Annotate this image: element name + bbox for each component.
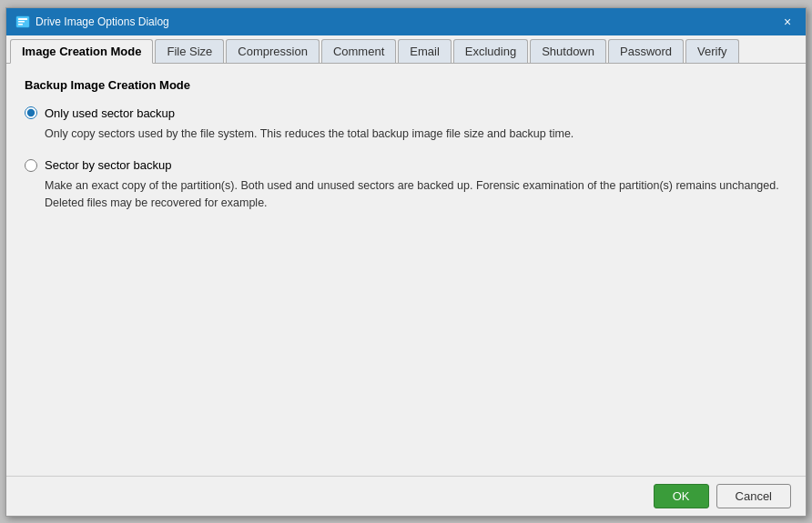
tab-comment[interactable]: Comment <box>321 39 396 63</box>
option-only-used-desc: Only copy sectors used by the file syste… <box>45 126 787 143</box>
option-only-used-label[interactable]: Only used sector backup <box>25 106 787 120</box>
ok-button[interactable]: OK <box>654 484 709 508</box>
option-sector-by-sector-label[interactable]: Sector by sector backup <box>25 158 787 172</box>
tab-bar: Image Creation Mode File Size Compressio… <box>6 35 806 64</box>
svg-rect-2 <box>18 21 25 23</box>
footer: OK Cancel <box>6 476 806 516</box>
radio-sector-by-sector[interactable] <box>25 159 37 172</box>
dialog-title: Drive Image Options Dialog <box>36 15 169 28</box>
option-group-only-used: Only used sector backup Only copy sector… <box>25 106 787 143</box>
content-area: Backup Image Creation Mode Only used sec… <box>6 64 806 476</box>
option-sector-by-sector-desc: Make an exact copy of the partition(s). … <box>45 177 787 212</box>
section-title: Backup Image Creation Mode <box>25 78 787 92</box>
tab-password[interactable]: Password <box>608 39 684 63</box>
radio-only-used[interactable] <box>25 106 37 119</box>
option-only-used-text: Only used sector backup <box>45 106 175 120</box>
svg-rect-1 <box>18 18 27 20</box>
title-bar: Drive Image Options Dialog × <box>6 8 806 35</box>
option-sector-by-sector-text: Sector by sector backup <box>45 158 171 172</box>
tab-file-size[interactable]: File Size <box>155 39 224 63</box>
tab-verify[interactable]: Verify <box>685 39 739 63</box>
svg-rect-3 <box>18 24 23 25</box>
tab-excluding[interactable]: Excluding <box>453 39 528 63</box>
tab-email[interactable]: Email <box>398 39 452 63</box>
close-button[interactable]: × <box>778 13 797 31</box>
tab-shutdown[interactable]: Shutdown <box>530 39 606 63</box>
option-group-sector-by-sector: Sector by sector backup Make an exact co… <box>25 158 787 212</box>
cancel-button[interactable]: Cancel <box>716 484 791 508</box>
tab-compression[interactable]: Compression <box>226 39 320 63</box>
tab-image-creation-mode[interactable]: Image Creation Mode <box>10 39 153 64</box>
main-dialog: Drive Image Options Dialog × Image Creat… <box>5 7 807 517</box>
dialog-icon <box>15 15 30 29</box>
title-bar-left: Drive Image Options Dialog <box>15 15 169 29</box>
